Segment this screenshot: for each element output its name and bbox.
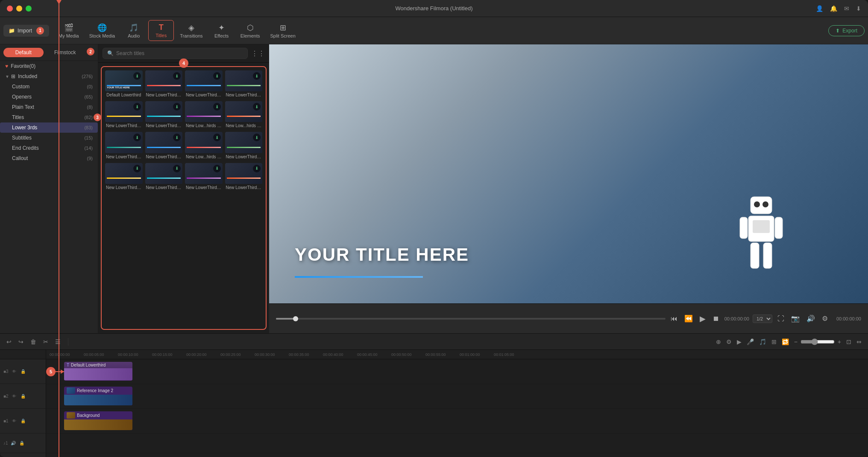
track-1-eye[interactable]: 👁 [11, 418, 17, 424]
thumb-item-10[interactable]: ⬇ New LowerThirds 4 [145, 132, 183, 160]
toolbar-item-split-screen[interactable]: ⊞ Split Screen [266, 20, 299, 41]
list-button[interactable]: ☰ [54, 337, 62, 346]
volume-button[interactable]: 🔊 [805, 313, 817, 324]
close-button[interactable] [7, 6, 13, 12]
thumb-item-6[interactable]: ⬇ New LowerThirds 6 [145, 101, 183, 129]
redo-button[interactable]: ↪ [17, 337, 25, 346]
search-input[interactable] [116, 50, 243, 56]
thumb-item-8[interactable]: ⬇ New Low...hirds 39 [225, 101, 263, 129]
tab-default[interactable]: Default [3, 48, 44, 57]
thumb-item-1[interactable]: YOUR TITLE HERE ⬇ Default Lowerthird [105, 70, 143, 99]
progress-bar[interactable] [276, 318, 666, 320]
download-icon-16[interactable]: ⬇ [253, 165, 261, 172]
tree-openers[interactable]: Openers (65) [0, 92, 98, 102]
toolbar-item-stock-media[interactable]: 🌐 Stock Media [85, 20, 120, 41]
maximize-button[interactable] [26, 6, 32, 12]
fit-button[interactable]: ⊡ [845, 337, 853, 346]
timeline-clip-title[interactable]: T Default Lowerthird [64, 362, 132, 381]
undo-button[interactable]: ↩ [5, 337, 13, 346]
skip-back-button[interactable]: ⏮ [669, 313, 679, 324]
thumb-item-5[interactable]: ⬇ New LowerThirds 5 [105, 101, 143, 129]
tree-titles[interactable]: Titles (82) 3 [0, 112, 98, 122]
speed-select[interactable]: 1/2 1/1 2x [753, 314, 772, 323]
tree-included[interactable]: ▼ ⊞ Included (276) [0, 71, 98, 82]
import-button[interactable]: 📁 Import 1 [3, 25, 49, 37]
tree-end-credits[interactable]: End Credits (14) [0, 143, 98, 153]
delete-button[interactable]: 🗑 [29, 337, 38, 346]
zoom-in-icon: + [836, 337, 842, 346]
download-icon-1[interactable]: ⬇ [133, 72, 141, 80]
thumb-item-13[interactable]: ⬇ New LowerThirds 9 [105, 163, 143, 191]
thumb-item-9[interactable]: ⬇ New LowerThirds 18 [105, 132, 143, 160]
audio-mute[interactable]: 🔊 [10, 440, 17, 446]
thumb-item-3[interactable]: ⬇ New LowerThirds 2 [185, 70, 223, 99]
step-back-button[interactable]: ⏪ [683, 313, 695, 324]
thumb-item-14[interactable]: ⬇ New LowerThirds 10 [145, 163, 183, 191]
download-icon-2[interactable]: ⬇ [173, 72, 181, 80]
download-icon[interactable]: ⬇ [856, 5, 861, 12]
favorite-count: (0) [29, 63, 35, 69]
tree-custom[interactable]: Custom (0) [0, 82, 98, 92]
mail-icon[interactable]: ✉ [844, 5, 849, 12]
user-icon[interactable]: 👤 [816, 5, 823, 12]
tree-plain-text[interactable]: Plain Text (8) [0, 102, 98, 112]
my-media-icon: 🎬 [64, 23, 73, 32]
tree-callout[interactable]: Callout (9) [0, 153, 98, 163]
download-icon-13[interactable]: ⬇ [133, 165, 141, 172]
download-icon-9[interactable]: ⬇ [133, 134, 141, 141]
thumb-item-4[interactable]: ⬇ New LowerThirds 12 [225, 70, 263, 99]
expand-button[interactable]: ⇔ [855, 337, 863, 346]
grid-options-button[interactable]: ⋮⋮ [251, 49, 265, 58]
toolbar-item-effects[interactable]: ✦ Effects [209, 20, 235, 41]
camera-button[interactable]: 📷 [789, 313, 801, 324]
zoom-slider[interactable] [801, 338, 835, 345]
audio-lock[interactable]: 🔒 [18, 440, 25, 446]
download-icon-5[interactable]: ⬇ [133, 103, 141, 111]
settings-button[interactable]: ⚙ [820, 313, 830, 324]
download-icon-14[interactable]: ⬇ [173, 165, 181, 172]
timeline-clip-bg[interactable]: Background [64, 411, 132, 430]
thumb-item-11[interactable]: ⬇ New Low...hirds 37 [185, 132, 223, 160]
download-icon-7[interactable]: ⬇ [213, 103, 221, 111]
download-icon-11[interactable]: ⬇ [213, 134, 221, 141]
tree-lower-3rds[interactable]: Lower 3rds (83) [0, 122, 98, 133]
toolbar-item-audio[interactable]: 🎵 Audio [121, 20, 147, 41]
track-1-lock[interactable]: 🔒 [20, 418, 26, 424]
music-button[interactable]: 🎵 [758, 337, 768, 346]
progress-handle[interactable] [293, 316, 298, 321]
download-icon-15[interactable]: ⬇ [213, 165, 221, 172]
grid-view-button[interactable]: ⊞ [770, 337, 778, 346]
track-2-eye[interactable]: 👁 [11, 393, 17, 399]
toolbar-item-my-media[interactable]: 🎬 My Media [54, 20, 83, 41]
minimize-button[interactable] [16, 6, 22, 12]
download-icon-3[interactable]: ⬇ [213, 72, 221, 80]
track-settings-button[interactable]: ⚙ [725, 337, 733, 346]
toolbar-item-titles[interactable]: T Titles [148, 20, 174, 41]
fullscreen-button[interactable]: ⛶ [776, 313, 786, 324]
thumb-item-12[interactable]: ⬇ New LowerThirds 7 [225, 132, 263, 160]
add-track-button[interactable]: ⊕ [715, 337, 722, 346]
track-3-lock[interactable]: 🔒 [20, 368, 26, 375]
thumb-item-2[interactable]: ⬇ New LowerThirds 1 [145, 70, 183, 99]
cut-button[interactable]: ✂ [42, 337, 50, 346]
thumb-item-7[interactable]: ⬇ New Low...hirds 22 [185, 101, 223, 129]
tree-favorite[interactable]: ♥ Favorite (0) [0, 61, 98, 71]
mic-button[interactable]: 🎤 [745, 337, 755, 346]
tree-subtitles[interactable]: Subtitles (15) [0, 133, 98, 143]
notifications-icon[interactable]: 🔔 [830, 5, 837, 12]
toolbar-item-elements[interactable]: ⬡ Elements [236, 20, 264, 41]
track-3-eye[interactable]: 👁 [11, 368, 17, 375]
thumb-item-16[interactable]: ⬇ New LowerThirds 13 [225, 163, 263, 191]
tab-filmstock[interactable]: Filmstock [45, 48, 85, 57]
loop-button[interactable]: 🔁 [780, 337, 790, 346]
toolbar-item-transitions[interactable]: ◈ Transitions [176, 20, 207, 41]
stop-button[interactable]: ⏹ [711, 313, 721, 324]
timeline-clip-ref[interactable]: Reference Image 2 [64, 387, 132, 405]
play-timeline-button[interactable]: ▶ [736, 337, 743, 346]
export-button[interactable]: ⬆ Export [828, 25, 865, 36]
thumb-item-15[interactable]: ⬇ New LowerThirds 11 [185, 163, 223, 191]
download-icon-4[interactable]: ⬇ [253, 72, 261, 80]
search-box[interactable]: 🔍 [103, 48, 248, 59]
track-2-lock[interactable]: 🔒 [20, 393, 26, 399]
play-button[interactable]: ▶ [698, 312, 707, 325]
